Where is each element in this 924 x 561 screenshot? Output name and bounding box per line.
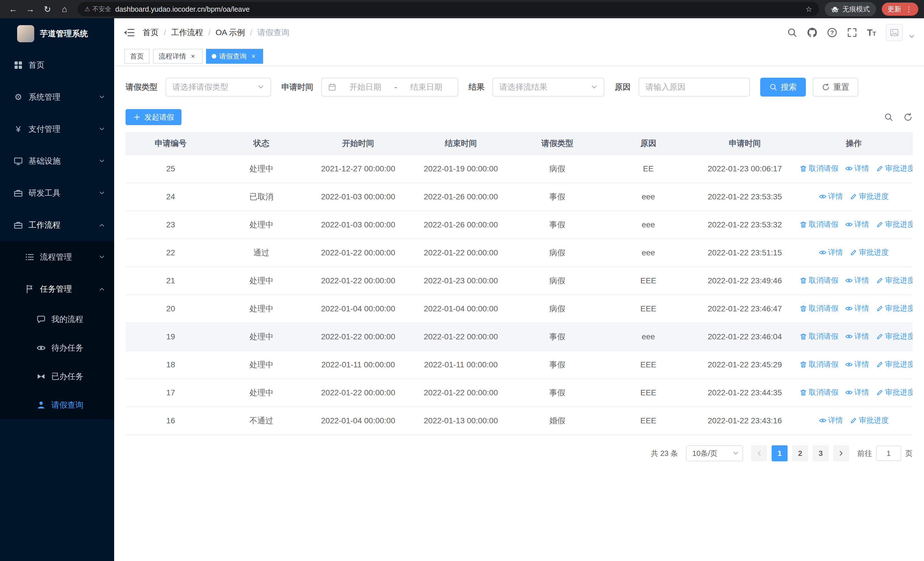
breadcrumb-item[interactable]: 工作流程 xyxy=(171,27,203,38)
reason-input[interactable] xyxy=(639,78,750,96)
sidebar-item-process-mgmt[interactable]: 流程管理 xyxy=(0,241,114,273)
detail-link[interactable]: 详情 xyxy=(819,191,843,202)
sidebar-item-label: 研发工具 xyxy=(28,188,60,199)
avatar-caret-icon[interactable] xyxy=(909,33,915,40)
url-text[interactable]: dashboard.yudao.iocoder.cn/bpm/oa/leave xyxy=(115,5,250,14)
cancel-leave-link[interactable]: 取消请假 xyxy=(800,331,838,341)
toggle-search-icon[interactable] xyxy=(884,113,893,122)
cancel-leave-link[interactable]: 取消请假 xyxy=(800,387,838,397)
sidebar-item-workflow[interactable]: 工作流程 xyxy=(0,209,114,241)
eye-icon xyxy=(845,305,853,312)
search-icon[interactable] xyxy=(787,27,797,38)
detail-link[interactable]: 详情 xyxy=(845,387,869,397)
progress-link[interactable]: 审批进度 xyxy=(850,247,889,257)
sidebar-item-my-process[interactable]: 我的流程 xyxy=(0,305,114,334)
page-size-select[interactable]: 10条/页 xyxy=(686,445,743,461)
detail-link[interactable]: 详情 xyxy=(845,331,869,341)
detail-link[interactable]: 详情 xyxy=(845,163,869,173)
goto-page-input[interactable] xyxy=(876,445,901,461)
action-label: 取消请假 xyxy=(809,387,838,397)
create-leave-button[interactable]: 发起请假 xyxy=(126,109,182,125)
reset-button[interactable]: 重置 xyxy=(813,78,858,96)
cell: eee xyxy=(602,211,694,239)
filter-label: 原因 xyxy=(615,82,631,93)
cell: 2022-01-22 23:46:04 xyxy=(694,323,795,351)
logo[interactable]: 芋道管理系统 xyxy=(0,18,114,49)
breadcrumb-item[interactable]: OA 示例 xyxy=(216,27,245,38)
eye-icon xyxy=(819,417,826,424)
sidebar-item-leave-query[interactable]: 请假查询 xyxy=(0,391,114,419)
close-icon[interactable]: × xyxy=(249,52,257,60)
fullscreen-icon[interactable] xyxy=(847,27,857,38)
browser-update-button[interactable]: 更新 ⋮ xyxy=(882,3,918,16)
sidebar-item-devtools[interactable]: 研发工具 xyxy=(0,177,114,209)
cancel-leave-link[interactable]: 取消请假 xyxy=(800,303,838,313)
progress-link[interactable]: 审批进度 xyxy=(876,163,913,173)
browser-reload-icon[interactable]: ↻ xyxy=(40,2,55,17)
detail-link[interactable]: 详情 xyxy=(845,220,869,229)
progress-link[interactable]: 审批进度 xyxy=(876,220,913,229)
chevron-up-icon xyxy=(99,222,105,228)
next-page-button[interactable] xyxy=(833,445,849,461)
tab-process-detail[interactable]: 流程详情 × xyxy=(153,49,202,64)
address-bar[interactable]: ⚠ 不安全 dashboard.yudao.iocoder.cn/bpm/oa/… xyxy=(78,2,819,16)
cell: 2022-01-11 00:00:00 xyxy=(409,351,513,379)
close-icon[interactable]: × xyxy=(189,52,197,60)
prev-page-button[interactable] xyxy=(751,445,767,461)
progress-link[interactable]: 审批进度 xyxy=(850,191,889,202)
sidebar-item-todo-tasks[interactable]: 待办任务 xyxy=(0,334,114,362)
sidebar-item-label: 工作流程 xyxy=(28,220,60,230)
browser-home-icon[interactable]: ⌂ xyxy=(57,2,72,17)
cancel-leave-link[interactable]: 取消请假 xyxy=(800,163,838,173)
sidebar-item-done-tasks[interactable]: 已办任务 xyxy=(0,362,114,391)
font-size-icon[interactable]: T T xyxy=(867,27,876,38)
page-button-1[interactable]: 1 xyxy=(772,445,788,461)
help-icon[interactable] xyxy=(827,27,837,38)
browser-menu-icon[interactable]: ⋮ xyxy=(905,5,913,14)
browser-forward-icon[interactable]: → xyxy=(23,2,38,17)
progress-link[interactable]: 审批进度 xyxy=(876,387,913,397)
font-size-small: T xyxy=(873,30,876,37)
detail-link[interactable]: 详情 xyxy=(819,415,843,425)
collapse-sidebar-icon[interactable] xyxy=(123,27,135,38)
avatar[interactable] xyxy=(886,24,903,41)
page-button-2[interactable]: 2 xyxy=(792,445,808,461)
progress-link[interactable]: 审批进度 xyxy=(876,275,913,285)
sidebar-item-home[interactable]: 首页 xyxy=(0,49,114,81)
sidebar-item-infrastructure[interactable]: 基础设施 xyxy=(0,145,114,177)
security-warning[interactable]: ⚠ 不安全 xyxy=(84,5,111,14)
select-placeholder: 请选择流结果 xyxy=(500,82,548,93)
progress-link[interactable]: 审批进度 xyxy=(876,303,913,313)
tab-leave-query[interactable]: 请假查询 × xyxy=(206,49,263,64)
detail-link[interactable]: 详情 xyxy=(845,303,869,313)
sidebar: 芋道管理系统 首页 ⚙ 系统管理 ¥ 支付管理 基础设施 xyxy=(0,18,114,561)
sidebar-item-system[interactable]: ⚙ 系统管理 xyxy=(0,81,114,113)
progress-link[interactable]: 审批进度 xyxy=(876,331,913,341)
cancel-leave-link[interactable]: 取消请假 xyxy=(800,359,838,369)
date-range-picker[interactable]: 开始日期 - 结束日期 xyxy=(321,78,458,96)
tasks-icon xyxy=(25,284,34,294)
browser-back-icon[interactable]: ← xyxy=(6,2,21,17)
github-icon[interactable] xyxy=(807,27,817,38)
trash-icon xyxy=(800,389,807,396)
tab-home[interactable]: 首页 xyxy=(124,49,150,64)
search-icon xyxy=(770,83,777,91)
progress-link[interactable]: 审批进度 xyxy=(850,415,889,425)
result-select[interactable]: 请选择流结果 xyxy=(492,78,604,96)
detail-link[interactable]: 详情 xyxy=(845,275,869,285)
action-label: 取消请假 xyxy=(809,359,838,369)
page-button-3[interactable]: 3 xyxy=(813,445,829,461)
leave-type-select[interactable]: 请选择请假类型 xyxy=(165,78,271,96)
refresh-table-icon[interactable] xyxy=(903,113,913,122)
sidebar-item-payment[interactable]: ¥ 支付管理 xyxy=(0,113,114,145)
breadcrumb-item[interactable]: 首页 xyxy=(142,27,159,38)
detail-link[interactable]: 详情 xyxy=(819,247,843,257)
cancel-leave-link[interactable]: 取消请假 xyxy=(800,275,838,285)
sidebar-item-task-mgmt[interactable]: 任务管理 xyxy=(0,273,114,305)
detail-link[interactable]: 详情 xyxy=(845,359,869,369)
cancel-leave-link[interactable]: 取消请假 xyxy=(800,220,838,229)
chevron-up-icon xyxy=(99,286,105,292)
progress-link[interactable]: 审批进度 xyxy=(876,359,913,369)
bookmark-star-icon[interactable]: ☆ xyxy=(806,5,812,14)
search-button[interactable]: 搜索 xyxy=(760,78,806,96)
